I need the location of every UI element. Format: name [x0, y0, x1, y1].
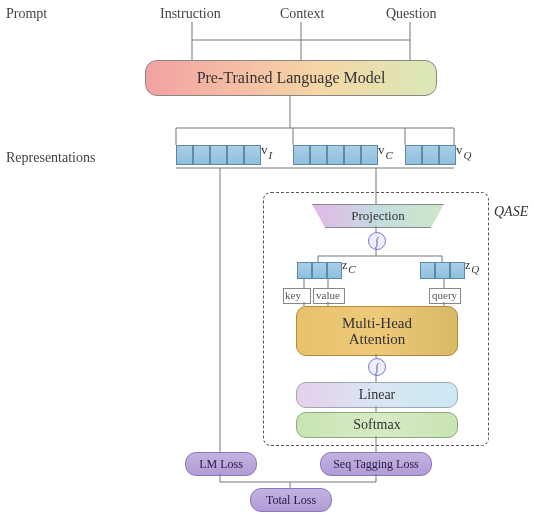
- value-label: value: [316, 289, 340, 301]
- label-context: Context: [280, 6, 324, 22]
- zQ-symbol: zQ: [465, 258, 478, 273]
- activation-icon-2: ∫: [368, 358, 386, 376]
- projection-block: Projection: [312, 204, 444, 228]
- total-loss: Total Loss: [250, 488, 332, 512]
- zC-symbol: zC: [342, 258, 355, 273]
- linear-block: Linear: [296, 382, 458, 408]
- softmax-block: Softmax: [296, 412, 458, 438]
- vI-symbol: vI: [261, 142, 271, 158]
- pretrained-language-model-block: Pre-Trained Language Model: [145, 60, 437, 96]
- vC-symbol: vC: [378, 142, 392, 158]
- query-label: query: [432, 289, 457, 301]
- lm-loss: LM Loss: [185, 452, 257, 476]
- vec-vI: [176, 145, 261, 165]
- qase-label: QASE: [494, 204, 528, 220]
- seq-tagging-loss: Seq Tagging Loss: [320, 452, 432, 476]
- key-label: key: [285, 289, 301, 301]
- vQ-symbol: vQ: [456, 142, 470, 158]
- label-question: Question: [386, 6, 437, 22]
- vec-zQ: [420, 262, 465, 278]
- label-prompt: Prompt: [6, 6, 47, 22]
- vec-vQ: [405, 145, 456, 165]
- label-instruction: Instruction: [160, 6, 221, 22]
- activation-icon-1: ∫: [368, 232, 386, 250]
- vec-vC: [293, 145, 378, 165]
- multi-head-attention-block: Multi-Head Attention: [296, 306, 458, 356]
- vec-zC: [297, 262, 342, 278]
- label-representations: Representations: [6, 150, 95, 166]
